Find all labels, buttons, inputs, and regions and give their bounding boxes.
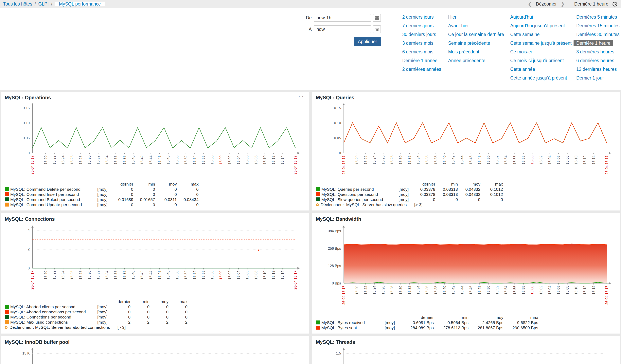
panel-menu-icon[interactable]: ⋯ [298,93,304,99]
legend-header: dernier [399,315,434,320]
legend-swatch-cell [5,320,10,325]
legend-header-spacer [381,315,399,320]
svg-text:15:36: 15:36 [425,156,429,164]
quick-range-link[interactable]: Semaine précédente [448,41,504,46]
chart-innodb[interactable]: 15 K [5,347,303,364]
quick-range-link[interactable]: 7 derniers jours [402,23,441,28]
legend-aggregation-mode: [moy] [93,192,112,197]
quick-range-link[interactable]: Cette semaine jusqu'à présent [510,41,571,46]
breadcrumb-all-hosts[interactable]: Tous les hôtes [3,1,32,6]
legend-header-spacer [316,182,321,187]
from-label: De [297,16,312,20]
quick-range-link[interactable]: 6 derniers mois [402,50,441,54]
legend-header-spacer [321,182,395,187]
quick-range-link[interactable]: 3 dernières heures [576,50,620,54]
breadcrumb-current[interactable]: MySQL performance [55,1,105,6]
from-calendar-button[interactable] [373,14,381,22]
breadcrumb-host[interactable]: GLPI [38,1,49,6]
legend-value: 2 [150,320,169,325]
svg-text:15 K: 15 K [22,351,30,355]
svg-text:26-04 16:17: 26-04 16:17 [604,156,608,174]
svg-text:15:38: 15:38 [123,156,127,164]
quick-range-link[interactable]: Année précédente [448,58,504,63]
quick-range-link[interactable]: Dernière 1 année [402,58,441,63]
quick-range-link[interactable]: 2 dernières années [402,67,441,72]
svg-text:16:06: 16:06 [556,156,560,164]
apply-button[interactable]: Appliquer [354,37,381,46]
legend-value: 0 [112,304,131,309]
chart-queries[interactable]: 0.150.100.05015:2015:2215:2415:2615:2815… [316,103,615,181]
svg-text:15:42: 15:42 [451,156,455,164]
quick-range-link[interactable]: Ce jour la semaine dernière [448,32,504,37]
zoom-out-button[interactable]: Dézoomer [536,1,557,6]
chart-threads[interactable]: 1.5 [316,347,615,364]
chart-connections[interactable]: 42015:2015:2215:2415:2615:2815:3015:3215… [5,224,303,298]
panel-title: MySQL: Bandwidth [316,216,616,222]
quick-range-link[interactable]: Dernières 15 minutes [576,23,620,28]
legend-trigger-row: Déclencheur: MySQL: Server has slow quer… [316,202,503,207]
quick-range-link[interactable]: Dernier 1 jour [576,76,620,80]
series-color-swatch [5,197,9,201]
quick-range-link[interactable]: 3 derniers mois [402,41,441,46]
quick-range-link[interactable]: Cette année jusqu'à présent [510,76,571,80]
series-color-swatch [316,197,320,201]
series-color-swatch [5,320,9,324]
legend-aggregation-mode: [moy] [93,187,112,192]
quick-range-link[interactable]: Dernières 5 minutes [576,15,620,19]
quick-range-selected[interactable]: Dernière 1 heure [573,40,613,46]
quick-range-link[interactable]: 12 dernières heures [576,67,620,72]
legend-value: 0 [177,202,199,207]
trigger-severity-icon [316,203,319,206]
to-input[interactable] [314,25,371,33]
legend-header-spacer [93,299,112,304]
series-color-swatch [316,326,320,329]
panel-queries: MySQL: Queries0.150.100.05015:2015:2215:… [312,92,620,210]
from-input[interactable] [314,14,371,22]
legend-swatch-cell [5,187,10,192]
quick-range-link[interactable]: Aujourd'hui [510,15,571,19]
chart-bandwidth[interactable]: 384 Bps256 Bps128 Bps0 Bps15:2015:2215:2… [316,224,615,314]
legend-value: 0.03378 [413,192,435,197]
time-filter-panel: De À [0,8,621,90]
svg-text:0.15: 0.15 [334,106,341,110]
quick-range-link[interactable]: Cette semaine [510,32,571,37]
legend-value: 0 [133,192,155,197]
svg-text:16:12: 16:12 [272,156,276,164]
legend-value: 0 [177,187,199,192]
quick-range-link[interactable]: 2 derniers jours [402,15,441,19]
svg-text:16:00: 16:00 [219,156,223,164]
svg-text:15:20: 15:20 [355,156,359,164]
svg-text:0.10: 0.10 [23,121,30,125]
quick-range-link[interactable]: 6 dernières heures [576,58,620,63]
clock-icon[interactable] [612,1,618,6]
quick-range-link[interactable]: Ce mois-ci [510,50,571,54]
svg-text:0: 0 [28,151,30,155]
breadcrumb-separator: / [51,1,52,6]
quick-range-link[interactable]: Avant-hier [448,23,504,28]
panel-title: MySQL: Connections [5,216,305,222]
quick-range-link[interactable]: Hier [448,15,504,19]
quick-range-link[interactable]: Dernières 30 minutes [576,32,620,37]
time-range-label[interactable]: Dernière 1 heure [574,1,608,6]
svg-text:15:30: 15:30 [398,156,402,164]
quick-range-link[interactable]: Aujourd'hui jusqu'à présent [510,23,571,28]
time-forward-icon[interactable]: ❯ [561,1,565,6]
quick-range-link[interactable]: Mois précédent [448,50,504,54]
breadcrumb: Tous les hôtes / GLPI / MySQL performanc… [0,0,105,8]
quick-range-link[interactable]: Cette année [510,67,571,72]
legend-value: 0 [112,309,131,314]
svg-text:16:06: 16:06 [245,156,249,164]
svg-text:15:50: 15:50 [175,156,179,164]
svg-text:256 Bps: 256 Bps [328,246,341,250]
time-to-row: À [297,25,381,33]
legend-series-label: MySQL: Bytes received [321,320,381,325]
legend-header: moy [458,182,480,187]
legend-value: 0 [155,202,177,207]
quick-range-column: HierAvant-hierCe jour la semaine dernièr… [448,15,504,67]
to-calendar-button[interactable] [373,25,381,33]
svg-text:15:32: 15:32 [407,156,411,164]
quick-range-link[interactable]: 30 derniers jours [402,32,441,37]
time-back-icon[interactable]: ❮ [528,1,532,6]
chart-operations[interactable]: 0.150.100.05015:2015:2215:2415:2615:2815… [5,103,303,181]
quick-range-link[interactable]: Ce mois-ci jusqu'à présent [510,58,571,63]
